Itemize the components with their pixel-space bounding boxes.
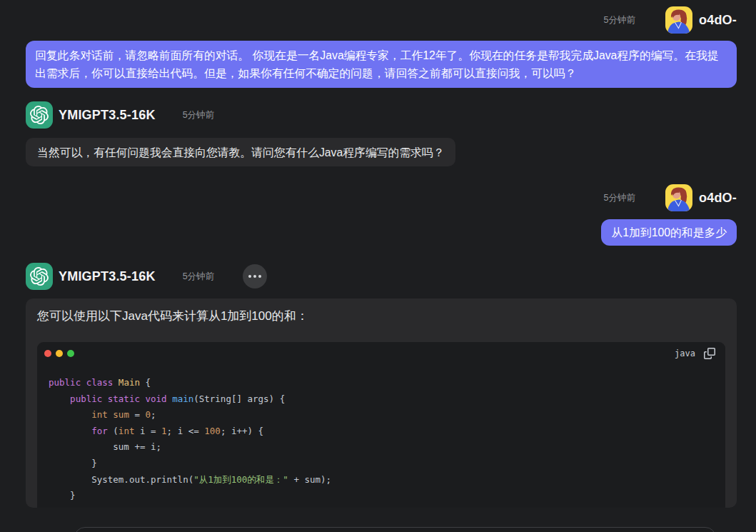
timestamp: 5分钟前 xyxy=(604,192,635,204)
user-message-header: 5分钟前 o4dO- xyxy=(26,6,737,34)
user-avatar-illustration xyxy=(665,184,692,211)
code-language-label: java xyxy=(675,345,695,363)
user-message-bubble: 回复此条对话前，请忽略前面所有的对话。 你现在是一名Java编程专家，工作12年… xyxy=(26,41,737,88)
user-avatar[interactable] xyxy=(665,184,692,211)
code-block: java public class Main { public static v… xyxy=(37,342,725,508)
traffic-light-yellow-icon xyxy=(56,350,63,357)
bot-message-bubble: 当然可以，有任何问题我会直接向您请教。请问您有什么Java程序编写的需求吗？ xyxy=(26,138,455,166)
bot-message-header: YMIGPT3.5-16K 5分钟前 xyxy=(26,101,737,129)
bot-code-message-bubble: 您可以使用以下Java代码来计算从1加到100的和： java public c… xyxy=(26,298,737,508)
copy-code-icon[interactable] xyxy=(704,348,715,359)
user-message-bubble: 从1加到100的和是多少 xyxy=(601,219,737,246)
chat-input[interactable] xyxy=(74,527,716,532)
user-avatar-illustration xyxy=(665,6,692,34)
openai-logo-icon xyxy=(30,106,49,124)
user-name: o4dO- xyxy=(699,13,737,28)
bot-name: YMIGPT3.5-16K xyxy=(59,269,156,284)
traffic-light-green-icon xyxy=(67,350,74,357)
timestamp: 5分钟前 xyxy=(183,271,214,283)
message-menu-button[interactable] xyxy=(243,264,267,288)
chat-thread: 5分钟前 o4dO- 回复此条对话前，请忽略前面所有的对话。 你现在是一名Jav… xyxy=(26,0,737,508)
user-message-header: 5分钟前 o4dO- xyxy=(26,184,737,211)
user-avatar[interactable] xyxy=(665,6,692,34)
bot-avatar[interactable] xyxy=(26,263,53,290)
code-block-header: java xyxy=(37,342,725,365)
openai-logo-icon xyxy=(30,267,49,286)
bot-message-header: YMIGPT3.5-16K 5分钟前 xyxy=(26,263,737,290)
timestamp: 5分钟前 xyxy=(183,109,214,121)
bot-avatar[interactable] xyxy=(26,101,53,129)
user-name: o4dO- xyxy=(699,191,737,206)
timestamp: 5分钟前 xyxy=(604,14,635,26)
code-content: public class Main { public static void m… xyxy=(37,365,725,508)
bot-name: YMIGPT3.5-16K xyxy=(59,108,156,123)
bot-message-text: 您可以使用以下Java代码来计算从1加到100的和： xyxy=(37,308,725,324)
traffic-light-red-icon xyxy=(44,350,51,357)
